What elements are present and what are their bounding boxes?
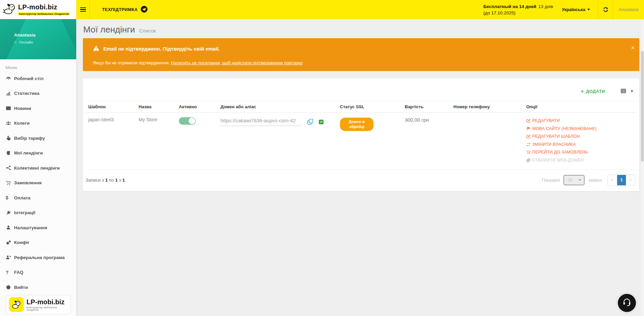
brand-subtitle: Конструктор мобильных лендингов [18, 12, 70, 16]
table-row: japan-steel3 My Store [86, 113, 637, 170]
option-label: РЕДАГУВАТИ ШАБЛОН [532, 133, 580, 141]
table-grid-icon [621, 88, 626, 94]
column-header: Домен або аліас [218, 101, 337, 113]
domain-input[interactable] [220, 117, 302, 126]
copy-icon[interactable] [307, 119, 313, 126]
option-label: СТВОРИТИ WEB-ДОМЕН [532, 156, 584, 165]
sidebar-item-integrations[interactable]: Інтеграції [0, 205, 76, 220]
dollar-icon: $ [6, 195, 14, 200]
stats-icon [6, 91, 14, 96]
sidebar-item-label: Інтеграції [14, 210, 35, 215]
sidebar-toggle-button[interactable] [76, 0, 90, 19]
headset-icon [622, 298, 632, 308]
sidebar-item-my-landings[interactable]: Мої лендінги [0, 146, 76, 161]
sidebar-item-collective-landings[interactable]: Колективні лендінги [0, 161, 76, 176]
sidebar-item-referral[interactable]: Реферальна програма [0, 250, 76, 265]
sidebar-item-orders[interactable]: Замовлення [0, 176, 76, 191]
column-settings-button[interactable] [618, 88, 635, 95]
support-link[interactable]: ТЕХПІДТРИМКА [102, 6, 148, 14]
sidebar-footer-logo[interactable]: LP-mobi.biz Конструктор мобільних лендін… [6, 295, 70, 314]
plug-icon [6, 210, 14, 215]
options-list: РЕДАГУВАТИМОВА САЙТУ (НЕЗМІНЮВАНЕ)РЕДАГУ… [526, 117, 634, 164]
topbar-username[interactable]: Anastasia [613, 7, 644, 12]
sidebar-item-label: Новини [14, 106, 31, 111]
sidebar-item-label: Робочий стіл [14, 76, 44, 81]
sidebar-item-label: Конфіг [14, 240, 30, 245]
sidebar-item-settings[interactable]: Налаштування [0, 220, 76, 235]
option-label: ЗМІНИТИ ВЛАСНИКА [532, 141, 576, 149]
option-create-web-domain: СТВОРИТИ WEB-ДОМЕН [526, 156, 634, 165]
trial-until: (до 17.10.2025) [483, 10, 553, 16]
email-warning-banner: Email не підтверджено. Підтвердіть свій … [83, 38, 639, 71]
cell-price: 300.00 грн [405, 117, 429, 123]
language-selector[interactable]: Українська [562, 7, 590, 12]
chevron-down-icon [579, 179, 581, 181]
sidebar-item-label: Вийти [14, 285, 28, 290]
landings-icon [6, 150, 14, 156]
chevron-down-icon [587, 9, 590, 10]
page-title: Мої лендінги [83, 24, 135, 35]
sidebar-user-status: Онлайн [19, 40, 33, 44]
column-header: Шаблон [86, 101, 136, 113]
sidebar-item-logout[interactable]: Вийти [0, 280, 76, 295]
sidebar-item-tariff[interactable]: Вибір тарифу [0, 131, 76, 146]
exchange-icon [526, 142, 531, 147]
cell-template: japan-steel3 [86, 113, 136, 170]
option-change-owner[interactable]: ЗМІНИТИ ВЛАСНИКА [526, 141, 634, 149]
edit-icon [526, 134, 531, 139]
chat-widget-button[interactable] [618, 294, 636, 312]
power-icon [6, 285, 14, 290]
resend-confirmation-link[interactable]: Натисніть це посилання, щоб надіслати пі… [171, 60, 303, 65]
trial-plan: Бесплатный на 14 дней [483, 4, 536, 9]
topbar: LP-mobi.biz Конструктор мобильных лендин… [0, 0, 644, 19]
option-site-language[interactable]: МОВА САЙТУ (НЕЗМІНЮВАНЕ) [526, 125, 634, 133]
active-toggle[interactable] [179, 117, 196, 125]
sidebar-item-config[interactable]: Конфіг [0, 235, 76, 250]
sidebar-item-desktop[interactable]: Робочий стіл [0, 71, 76, 86]
cart-icon [526, 150, 531, 154]
telegram-icon[interactable] [141, 6, 148, 14]
user-plus-icon [6, 255, 14, 260]
landings-table: ШаблонНазваАктивноДомен або аліасСтатус … [86, 101, 637, 170]
option-go-to-orders[interactable]: ПЕРЕЙТИ ДО ЗАМОВЛЕНЬ [526, 148, 634, 156]
sidebar-item-label: Колеги [14, 121, 30, 126]
option-edit-template[interactable]: РЕДАГУВАТИ ШАБЛОН [526, 133, 634, 141]
sidebar-item-faq[interactable]: ?FAQ [0, 265, 76, 280]
pagination-next[interactable]: » [626, 175, 635, 185]
chevron-down-icon [631, 90, 633, 92]
footer-brand-title: LP-mobi.biz [27, 299, 67, 305]
pagination-page-1[interactable]: 1 [617, 175, 626, 185]
page-subtitle: Список [139, 28, 156, 34]
add-landing-button[interactable]: + ДОДАТИ [579, 88, 607, 94]
plus-icon: + [581, 89, 584, 94]
external-link-icon[interactable] [319, 120, 324, 125]
sidebar-item-colleagues[interactable]: Колеги [0, 116, 76, 131]
landings-card: + ДОДАТИ ШаблонНазваАктивноДомен або алі… [83, 78, 639, 191]
question-icon: ? [6, 270, 14, 275]
show-label: Показати [542, 178, 560, 183]
dog-mascot-icon [9, 297, 24, 312]
sidebar-item-payment[interactable]: $Оплата [0, 190, 76, 205]
cell-phone [451, 113, 524, 170]
page-size-select[interactable]: 20 [563, 175, 585, 185]
sidebar-item-label: Оплата [14, 195, 31, 200]
option-label: РЕДАГУВАТИ [532, 117, 560, 125]
close-icon[interactable]: × [631, 45, 635, 51]
clone-icon [526, 158, 531, 163]
sidebar-item-label: Вибір тарифу [14, 136, 45, 141]
sidebar-item-news[interactable]: Новини [0, 101, 76, 116]
support-label: ТЕХПІДТРИМКА [102, 7, 138, 12]
ssl-status-badge: Домен в обробці [340, 118, 374, 131]
records-label: записи [588, 178, 602, 183]
pagination-prev[interactable]: « [608, 175, 617, 185]
sidebar-menu: Робочий стілСтатистикаНовиниКолегиВибір … [0, 71, 76, 295]
option-edit[interactable]: РЕДАГУВАТИ [526, 117, 634, 125]
gears-icon [6, 240, 14, 245]
scrollbar-thumb[interactable] [641, 51, 644, 162]
app-logo[interactable]: LP-mobi.biz Конструктор мобильных лендин… [0, 0, 76, 19]
refresh-button[interactable] [598, 0, 613, 19]
sidebar-item-statistics[interactable]: Статистика [0, 86, 76, 101]
warning-icon [93, 45, 99, 52]
brand-title: LP-mobi.biz [18, 3, 57, 11]
sidebar: Anastasia Онлайн Меню Робочий стілСтатис… [0, 19, 76, 316]
